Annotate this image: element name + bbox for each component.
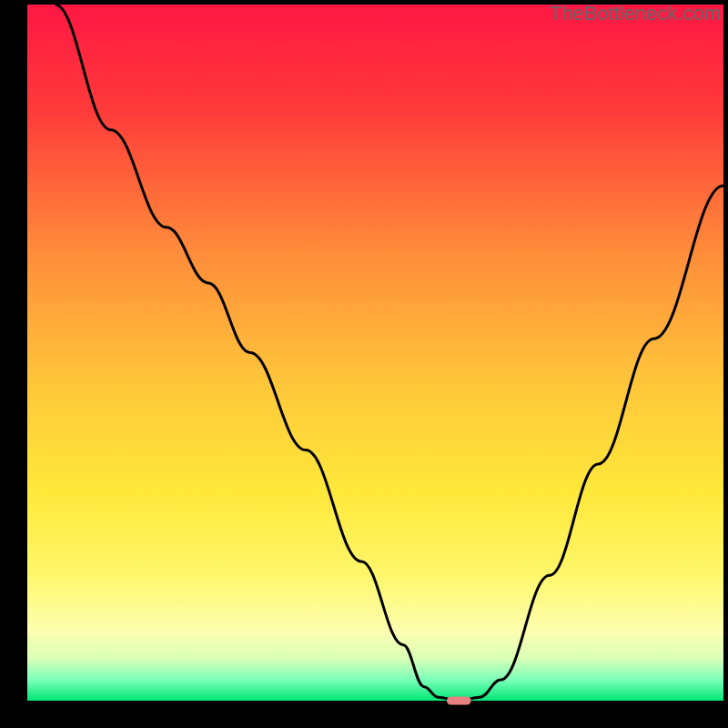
bottleneck-chart (0, 0, 728, 728)
chart-svg (0, 0, 728, 728)
optimal-marker (447, 696, 471, 704)
gradient-background (27, 5, 723, 701)
watermark-text: TheBottleneck.com (550, 2, 721, 25)
